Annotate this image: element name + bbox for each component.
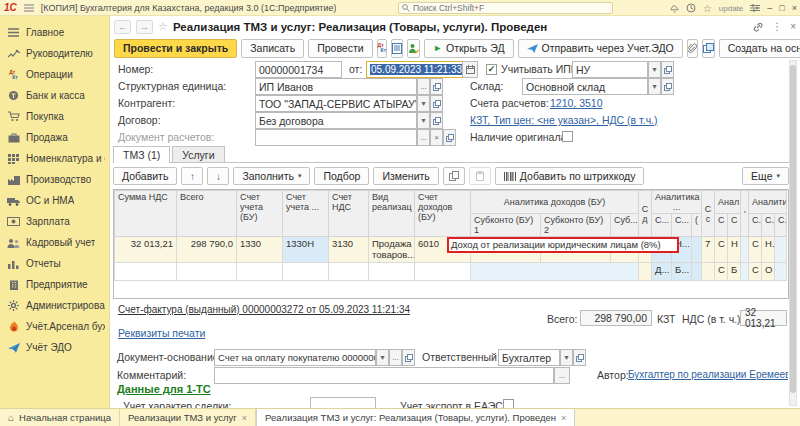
col-sd[interactable]: С д <box>639 191 652 237</box>
calendar-icon[interactable] <box>462 61 478 78</box>
col-account-nds[interactable]: Счет НДС <box>329 191 369 237</box>
author-link[interactable]: Бухгалтер по реализации Еремеева Е.А. <box>628 369 788 380</box>
settlement-doc-select-button[interactable]: ... <box>417 129 430 146</box>
col-s2[interactable]: С... <box>672 214 692 237</box>
taskbar-tab-current[interactable]: Реализация ТМЗ и услуг: Реализация (Това… <box>256 409 575 426</box>
warehouse-field[interactable]: Основной склад <box>522 78 648 95</box>
original-present-checkbox[interactable] <box>562 131 573 142</box>
show-postings-dtkt-button[interactable]: ДтКт <box>377 39 388 58</box>
sidebar-item-sales[interactable]: Продажа <box>0 127 109 148</box>
sidebar-item-administration[interactable]: Администрирование <box>0 295 109 316</box>
sidebar-item-edo[interactable]: Учёт ЭДО <box>0 337 109 358</box>
add-by-barcode-button[interactable]: Добавить по штрихкоду <box>495 167 645 185</box>
minimize-button[interactable]: – <box>767 3 772 13</box>
tc-data-header-link[interactable]: Данные для 1-ТС <box>117 383 211 395</box>
col-sum-nds[interactable]: Сумма НДС <box>115 191 177 237</box>
invoice-link[interactable]: Счет-фактура (выданный) 00000003272 от 0… <box>118 304 410 315</box>
sidebar-item-fixed-assets[interactable]: ОС и НМА <box>0 190 109 211</box>
col-subconto1[interactable]: Субконто (БУ) 1 <box>471 214 541 237</box>
compare-windows-button[interactable] <box>702 39 715 58</box>
sidebar-item-operations[interactable]: ДтКт Операции <box>0 64 109 85</box>
ipn-field[interactable]: НУ <box>572 61 648 78</box>
change-button[interactable]: Изменить <box>373 167 438 185</box>
document-structure-button[interactable] <box>391 39 403 58</box>
unit-select-button[interactable]: ... <box>417 78 430 95</box>
highlighted-subconto-value[interactable]: Доход от реализации юридическим лицам (8… <box>447 237 679 253</box>
col-account-2[interactable]: Счет учета ... <box>283 191 329 237</box>
basis-dropdown-button[interactable]: ▾ <box>376 349 389 366</box>
group-analytics-4[interactable]: Аналити... <box>749 191 787 214</box>
counterparty-open-icon[interactable] <box>430 95 443 112</box>
col-total[interactable]: Всего <box>177 191 237 237</box>
create-on-basis-button[interactable]: Создать на основании▾ <box>719 39 800 58</box>
tab-tmz[interactable]: ТМЗ (1) <box>113 146 170 163</box>
scrollbar-thumb[interactable] <box>790 65 796 393</box>
comment-expand-button[interactable]: ... <box>554 367 570 384</box>
items-grid[interactable]: Сумма НДС Всего Счет учета (БУ) Счет уче… <box>113 189 789 299</box>
warehouse-open-icon[interactable] <box>661 78 674 95</box>
close-form-icon[interactable]: × <box>790 21 796 32</box>
col-account-bu[interactable]: Счет учета (БУ) <box>237 191 283 237</box>
notifications-bell-icon[interactable] <box>670 3 679 13</box>
counterparty-field[interactable]: ТОО "ЗАПАД-СЕРВИС АТЫРАУ" <box>255 95 417 112</box>
edit-responsible-button[interactable] <box>407 39 420 58</box>
send-via-edo-button[interactable]: Отправить через Учет.ЭДО <box>518 39 683 58</box>
col-d1[interactable]: С. <box>749 214 762 237</box>
currency-price-type-link[interactable]: КЗТ, Тип цен: <не указан>, НДС (в т.ч.) <box>470 114 658 126</box>
consider-ipn-checkbox[interactable]: ✓ <box>486 64 497 75</box>
taskbar-tab-home[interactable]: ⌂ Начальная страница <box>0 409 120 426</box>
close-tab-icon[interactable]: × <box>561 413 566 423</box>
col-d2[interactable]: С. <box>762 214 775 237</box>
basis-open-icon[interactable] <box>402 349 415 366</box>
vertical-scrollbar[interactable] <box>789 60 797 406</box>
add-row-button[interactable]: Добавить <box>113 167 177 185</box>
sidebar-item-manager[interactable]: Руководителю <box>0 43 109 64</box>
get-link-icon[interactable] <box>753 22 764 32</box>
group-income-analytics[interactable]: Аналитика доходов (БУ) <box>471 191 639 214</box>
search-input[interactable] <box>413 3 609 13</box>
service-settings-icon[interactable] <box>750 4 760 12</box>
col-c2[interactable]: С <box>728 214 741 237</box>
basis-doc-field[interactable]: Счет на оплату покупателю 00000000226 от… <box>214 349 376 366</box>
taskbar-tab-list[interactable]: Реализации ТМЗ и услуг × <box>120 409 256 426</box>
basis-select-button[interactable]: ... <box>389 349 402 366</box>
col-subconto2[interactable]: Субконто (БУ) 2 <box>541 214 611 237</box>
group-analytics-2[interactable]: Аналитика ... <box>652 191 702 214</box>
main-menu-burger-icon[interactable] <box>22 2 36 14</box>
contract-dropdown-button[interactable]: ▾ <box>417 112 430 129</box>
ipn-open-icon[interactable] <box>661 61 674 78</box>
col-ss[interactable]: С с <box>702 191 715 237</box>
tab-services[interactable]: Услуги <box>172 146 224 162</box>
col-d3[interactable]: С. <box>775 214 787 237</box>
comment-field[interactable] <box>214 367 554 384</box>
col-s1[interactable]: С... <box>652 214 672 237</box>
history-clock-icon[interactable] <box>686 3 696 13</box>
responsible-field[interactable]: Бухгалтер <box>498 349 560 366</box>
counterparty-dropdown-button[interactable]: ▾ <box>417 95 430 112</box>
col-subconto3[interactable]: Суб... <box>611 214 639 237</box>
update-label[interactable]: update <box>719 4 743 13</box>
sidebar-item-reports[interactable]: Отчеты <box>0 253 109 274</box>
favorites-star-icon[interactable]: ☆ <box>703 3 712 14</box>
responsible-dropdown-button[interactable]: ▾ <box>560 349 573 366</box>
sidebar-item-purchase[interactable]: Покупка <box>0 106 109 127</box>
table-more-button[interactable]: Еще▾ <box>742 167 789 185</box>
open-ed-button[interactable]: ► Открыть ЭД <box>424 39 513 58</box>
date-field[interactable]: 05.09.2023 11:21:33 <box>366 61 463 78</box>
favorite-star-icon[interactable]: ☆ <box>158 20 168 33</box>
col-par[interactable]: ( <box>692 214 702 237</box>
table-row-line2[interactable]: Д... Б... С Б С О <box>115 263 787 281</box>
copy-rows-button[interactable] <box>443 167 465 185</box>
structural-unit-field[interactable]: ИП Иванов <box>255 78 417 95</box>
responsible-open-icon[interactable] <box>573 349 586 366</box>
sidebar-item-enterprise[interactable]: Предприятие <box>0 274 109 295</box>
sidebar-item-bank-cash[interactable]: Банк и касса <box>0 85 109 106</box>
pick-button[interactable]: Подбор <box>314 167 369 185</box>
move-row-down-button[interactable]: ↓ <box>207 167 229 185</box>
sidebar-item-hr[interactable]: Кадровый учет <box>0 232 109 253</box>
settlement-doc-field[interactable] <box>255 129 417 146</box>
group-analytics-3[interactable]: Анал... <box>715 191 741 214</box>
sidebar-item-nomenclature[interactable]: Номенклатура и склад <box>0 148 109 169</box>
post-and-close-button[interactable]: Провести и закрыть <box>114 39 237 58</box>
contract-field[interactable]: Без договора <box>255 112 417 129</box>
